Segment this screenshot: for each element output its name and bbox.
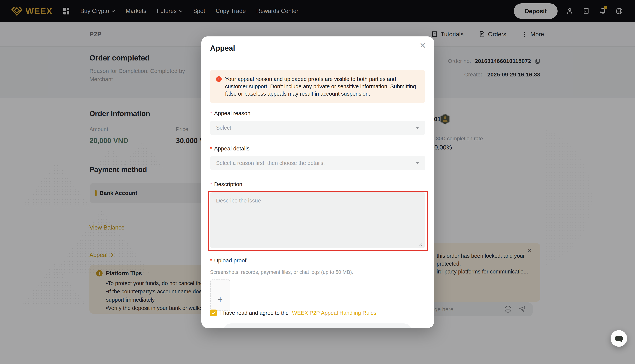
appeal-reason-label: *Appeal reason [210, 110, 250, 116]
submit-button[interactable] [223, 324, 412, 328]
annotation-highlight-rect [208, 191, 428, 251]
close-icon[interactable]: ✕ [420, 41, 426, 50]
appeal-reason-select[interactable]: Select [210, 120, 425, 135]
caret-down-icon [416, 126, 419, 129]
plus-icon: + [218, 294, 223, 304]
appeal-warning-banner: ! Your appeal reason and uploaded proofs… [210, 70, 425, 103]
upload-proof-label: *Upload proof [210, 257, 246, 264]
modal-title: Appeal [210, 44, 235, 52]
appeal-modal: Appeal ✕ ! Your appeal reason and upload… [202, 36, 434, 328]
appeal-details-label: *Appeal details [210, 145, 250, 152]
alert-circle-icon: ! [216, 76, 222, 82]
appeal-details-select[interactable]: Select a reason first, then choose the d… [210, 156, 425, 170]
required-asterisk: * [210, 257, 212, 264]
weex-p2p-page: WEEX Buy Crypto Markets Futures Spot Cop… [0, 0, 635, 364]
warning-text: Your appeal reason and uploaded proofs a… [225, 76, 419, 98]
agreement-row: I have read and agree to the WEEX P2P Ap… [210, 310, 376, 316]
required-asterisk: * [210, 145, 212, 152]
select-placeholder: Select [216, 125, 231, 131]
required-asterisk: * [210, 181, 212, 187]
description-label: *Description [210, 181, 242, 188]
agreement-text: I have read and agree to the [220, 310, 288, 316]
required-asterisk: * [210, 110, 212, 116]
select-placeholder: Select a reason first, then choose the d… [216, 160, 325, 166]
caret-down-icon [416, 162, 419, 164]
support-chat-fab[interactable] [610, 330, 627, 347]
upload-hint: Screenshots, records, payment files, or … [210, 269, 353, 275]
check-icon [211, 311, 216, 314]
chat-bubble-icon [615, 336, 623, 341]
upload-tile[interactable]: + [210, 280, 230, 311]
appeal-handling-rules-link[interactable]: WEEX P2P Appeal Handling Rules [292, 310, 376, 316]
agreement-checkbox[interactable] [210, 310, 217, 316]
